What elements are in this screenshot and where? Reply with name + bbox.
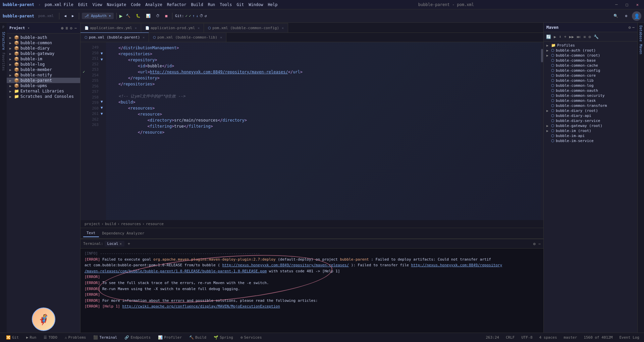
nexus-link-3[interactable]: /maven-releases/com/bubble/bubble-parent… bbox=[85, 269, 267, 273]
maven-bubble-gateway[interactable]: ▶ ⬡ bubble-gateway (root) bbox=[544, 123, 637, 128]
close-btn[interactable]: ✕ bbox=[634, 2, 641, 7]
scrollbar-thumb[interactable] bbox=[541, 49, 543, 62]
editor-scrollbar[interactable] bbox=[541, 42, 543, 220]
maven-bubble-im-api[interactable]: ⬡ bubble-im-api bbox=[544, 133, 637, 138]
maven-bubble-common-core[interactable]: ⬡ bubble-common-core bbox=[544, 73, 637, 78]
term-tab-close[interactable]: ✕ bbox=[120, 242, 122, 246]
sidebar-tool-1[interactable]: ⊕ bbox=[60, 25, 64, 31]
sidebar-tool-3[interactable]: ⚙ bbox=[69, 25, 73, 31]
maven-bubble-diary-api[interactable]: ⬡ bubble-diary-api bbox=[544, 113, 637, 118]
profile-btn[interactable]: ⏱ bbox=[154, 13, 162, 19]
tree-item-bubble-upms[interactable]: ▶ 📦 bubble-upms bbox=[7, 83, 80, 88]
maven-bubble-common-task[interactable]: ⬡ bubble-common-task bbox=[544, 98, 637, 103]
tab-pom-parent[interactable]: ⬡ pom.xml (bubble-parent) ✕ bbox=[80, 32, 149, 42]
tab-application-prod[interactable]: 📄 application-prod.yml ✕ bbox=[141, 23, 204, 32]
tree-item-bubble-diary[interactable]: ▶ 📦 bubble-diary bbox=[7, 46, 80, 51]
indent-info[interactable]: 4 spaces bbox=[537, 335, 559, 340]
maximize-btn[interactable]: □ bbox=[623, 2, 631, 7]
menu-refactor[interactable]: Refactor bbox=[165, 2, 189, 8]
maven-add-btn[interactable]: + bbox=[563, 33, 567, 40]
menu-file[interactable]: File bbox=[62, 2, 75, 8]
menu-navigate[interactable]: Navigate bbox=[105, 2, 128, 8]
maven-settings2-btn[interactable]: ⚙ bbox=[587, 33, 592, 40]
menu-code[interactable]: Code bbox=[129, 2, 143, 8]
maven-lifecycle-btn[interactable]: 🔧 bbox=[593, 33, 600, 40]
event-log-btn[interactable]: Event Log bbox=[617, 335, 641, 340]
tree-item-bubble-member[interactable]: ▶ 📦 bubble-member bbox=[7, 67, 80, 72]
tab-close-btn[interactable]: ✕ bbox=[135, 26, 137, 30]
nexus-link-2[interactable]: http://nexus.honeyyxk.com:8849/repositor… bbox=[411, 263, 502, 267]
breadcrumb-resources[interactable]: resources bbox=[121, 222, 141, 226]
maven-profiles[interactable]: ▶ 📁 Profiles bbox=[544, 43, 637, 48]
settings-btn[interactable]: ⚙ bbox=[623, 13, 629, 19]
memory-info[interactable]: 1560 of 4012M bbox=[582, 335, 614, 340]
cursor-position[interactable]: 263:24 bbox=[484, 335, 501, 340]
status-tab-run[interactable]: ▶ Run bbox=[23, 334, 40, 341]
minimize-btn[interactable]: ─ bbox=[612, 2, 620, 7]
menu-build[interactable]: Build bbox=[189, 2, 205, 8]
nav-forward-btn[interactable]: ▶ bbox=[70, 13, 76, 19]
status-tab-profiler[interactable]: 📊 Profiler bbox=[155, 334, 185, 341]
tab-close-btn[interactable]: ✕ bbox=[198, 26, 200, 30]
menu-help[interactable]: Help bbox=[266, 2, 280, 8]
maven-bubble-common-log[interactable]: ⬡ bubble-common-log bbox=[544, 83, 637, 88]
maven-bubble-common[interactable]: ▶ ⬡ bubble-common (root) bbox=[544, 53, 637, 58]
tab-application-dev[interactable]: 📄 application-dev.yml ✕ bbox=[80, 23, 141, 32]
maven-execute-btn[interactable]: ▶ bbox=[553, 33, 557, 40]
tree-item-bubble-common[interactable]: ▶ 📦 bubble-common bbox=[7, 40, 80, 46]
breadcrumb-resource[interactable]: resource bbox=[146, 222, 164, 226]
git-pull-btn[interactable]: ↓ bbox=[196, 14, 198, 18]
tree-item-bubble-im[interactable]: ▶ 📦 bubble-im bbox=[7, 56, 80, 62]
menu-tools[interactable]: Tools bbox=[218, 2, 234, 8]
favorites-icon[interactable]: Favorites bbox=[2, 53, 5, 71]
maven-download-btn[interactable]: ⬇ bbox=[558, 33, 562, 40]
status-tab-services[interactable]: ⚙ Services bbox=[237, 334, 265, 341]
tab-close-btn[interactable]: ✕ bbox=[282, 26, 284, 30]
tree-item-bubble-gateway[interactable]: ▶ 📦 bubble-gateway bbox=[7, 51, 80, 56]
status-tab-spring[interactable]: 🌱 Spring bbox=[210, 334, 236, 341]
git-history-btn[interactable]: ⏱ bbox=[200, 14, 203, 18]
tab-pom-common-lib[interactable]: ⬡ pom.xml (bubble-common-lib) ✕ bbox=[149, 32, 226, 42]
cwiki-link[interactable]: http://cwiki.apache.org/confluence/displ… bbox=[122, 304, 280, 309]
maven-bubble-diary[interactable]: ▶ ⬡ bubble-diary (root) bbox=[544, 108, 637, 113]
maven-bubble-common-security[interactable]: ⬡ bubble-common-security bbox=[544, 93, 637, 98]
tab-pom-common-config[interactable]: ⬡ pom.xml (bubble-common-config) ✕ bbox=[204, 23, 288, 32]
run-btn[interactable]: ▶ bbox=[119, 13, 123, 19]
status-tab-build[interactable]: 🔨 Build bbox=[186, 334, 210, 341]
maven-bubble-common-transform[interactable]: ⬡ bubble-common-transform bbox=[544, 103, 637, 108]
tab-dependency-analyzer[interactable]: Dependency Analyzer bbox=[99, 230, 148, 237]
menu-analyze[interactable]: Analyze bbox=[143, 2, 164, 8]
status-tab-git[interactable]: 🔀 Git bbox=[3, 334, 22, 341]
tab-text[interactable]: Text bbox=[83, 229, 99, 237]
terminal-tab-local[interactable]: Local ✕ bbox=[105, 241, 124, 247]
maven-settings-btn[interactable]: ⚙ bbox=[629, 25, 631, 30]
tree-item-bubble-notify[interactable]: ▶ 📦 bubble-notify bbox=[7, 72, 80, 78]
tab-close-btn[interactable]: ✕ bbox=[220, 36, 222, 39]
maven-bubble-im-service[interactable]: ⬡ bubble-im-service bbox=[544, 138, 637, 143]
stop-btn[interactable]: ■ bbox=[163, 13, 169, 19]
tree-item-external-libs[interactable]: ▶ 📁 External Libraries bbox=[7, 88, 80, 94]
search-btn[interactable]: 🔍 bbox=[611, 13, 620, 19]
maven-bubble-common-cache[interactable]: ⬡ bubble-common-cache bbox=[544, 63, 637, 68]
maven-run-btn[interactable]: ▶▶ bbox=[568, 33, 575, 40]
git-push-btn[interactable]: ↑ bbox=[193, 14, 195, 18]
maven-bubble-auth[interactable]: ▶ ⬡ bubble-auth (root) bbox=[544, 48, 637, 53]
sidebar-tool-2[interactable]: ≡ bbox=[65, 25, 68, 31]
coverage-btn[interactable]: 📊 bbox=[144, 13, 153, 19]
status-tab-problems[interactable]: ⚠ Problems bbox=[61, 334, 90, 341]
database-icon[interactable]: Database bbox=[639, 25, 643, 42]
menu-window[interactable]: Window bbox=[247, 2, 265, 8]
project-icon[interactable]: P bbox=[2, 25, 4, 29]
tab-close-btn[interactable]: ✕ bbox=[143, 36, 145, 39]
menu-git[interactable]: Git bbox=[234, 2, 246, 8]
menu-edit[interactable]: Edit bbox=[76, 2, 90, 8]
structure-icon[interactable]: Structure bbox=[2, 32, 5, 50]
maven-hide-btn[interactable]: − bbox=[632, 25, 635, 30]
branch-badge[interactable]: ⎇ AppAuth ▾ bbox=[82, 13, 114, 19]
tree-item-bubble-parent[interactable]: ▶ 📦 bubble-parent bbox=[7, 78, 80, 83]
maven-bubble-common-lib[interactable]: ⬡ bubble-common-lib bbox=[544, 78, 637, 83]
nav-back-btn[interactable]: ◀ bbox=[62, 13, 68, 19]
line-ending[interactable]: CRLF bbox=[504, 335, 517, 340]
menu-view[interactable]: View bbox=[91, 2, 104, 8]
status-tab-endpoints[interactable]: 🔗 Endpoints bbox=[121, 334, 154, 341]
